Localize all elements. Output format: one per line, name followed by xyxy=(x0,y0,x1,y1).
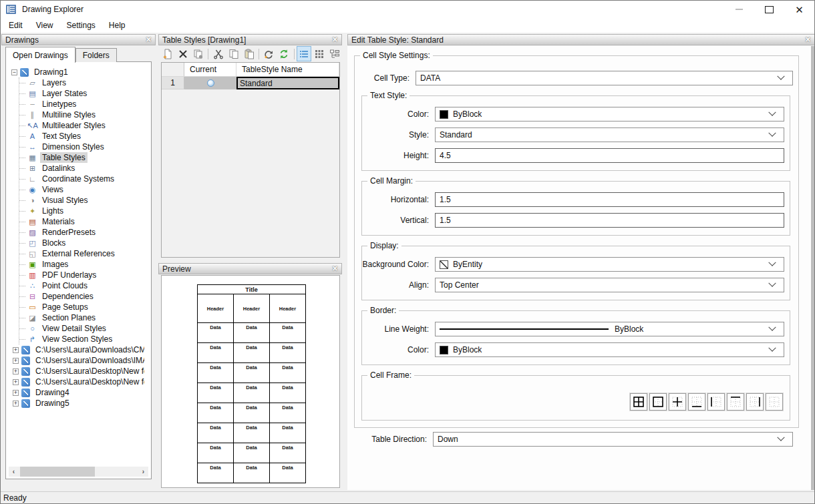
tree-item[interactable]: ▤ Materials xyxy=(19,216,151,227)
tree-item[interactable]: ◰ Blocks xyxy=(19,238,151,248)
align-select[interactable]: Top Center xyxy=(435,278,784,292)
text-color-select[interactable]: ByBlock xyxy=(435,107,784,121)
tree-item[interactable]: + C:\Users\Laura\Downloads\CMD_- xyxy=(13,344,151,355)
tree-item[interactable]: ○ View Detail Styles xyxy=(19,323,151,334)
details-view-button[interactable] xyxy=(297,46,312,61)
cell-frame-top-border-button[interactable] xyxy=(727,393,744,411)
scrollbar-track[interactable] xyxy=(19,467,138,477)
cell-type-label: Cell Type: xyxy=(361,73,416,83)
text-style-legend: Text Style: xyxy=(367,91,410,100)
expand-icon[interactable]: + xyxy=(13,379,19,385)
scroll-right-icon[interactable]: › xyxy=(138,468,148,475)
horizontal-margin-input[interactable]: 1.5 xyxy=(435,192,784,207)
tree-item[interactable]: + Drawing5 xyxy=(13,398,151,409)
expand-icon[interactable]: + xyxy=(13,401,19,407)
tree-item[interactable]: ⊞ Datalinks xyxy=(19,163,151,174)
render-presets-icon: ▨ xyxy=(27,229,38,236)
text-style-select[interactable]: Standard xyxy=(435,128,784,142)
tree-item[interactable]: ∟ Coordinate Systems xyxy=(19,174,151,184)
tab-open-drawings[interactable]: Open Drawings xyxy=(5,47,75,63)
tree-item[interactable]: ▦ Table Styles xyxy=(19,152,151,163)
tree-item[interactable]: ◱ External References xyxy=(19,248,151,259)
tree-item[interactable]: A Text Styles xyxy=(19,131,151,142)
cell-frame-left-border-button[interactable] xyxy=(707,393,725,411)
paste-button[interactable] xyxy=(241,46,257,61)
tree-item-label: Page Setups xyxy=(40,302,90,312)
cell-frame-right-border-button[interactable] xyxy=(746,393,764,411)
icons-view-button[interactable] xyxy=(311,46,327,61)
tree-item[interactable]: ∥ Multiline Styles xyxy=(19,109,151,120)
preview-panel-title: Preview xyxy=(162,264,332,274)
tree-item[interactable]: ◉ Views xyxy=(19,184,151,195)
cell-frame-outside-border-button[interactable] xyxy=(649,393,667,411)
cell-frame-inside-borders-button[interactable] xyxy=(669,393,686,411)
table-styles-panel-close-icon[interactable]: ✕ xyxy=(332,36,338,43)
text-height-input[interactable]: 4.5 xyxy=(435,148,784,163)
close-button[interactable]: ✕ xyxy=(784,1,814,18)
tree-item[interactable]: ▤ Layer States xyxy=(19,88,151,99)
scroll-left-icon[interactable]: ‹ xyxy=(9,468,19,475)
tree-item[interactable]: ▱ Layers xyxy=(19,77,151,88)
menu-item[interactable]: View xyxy=(29,19,60,31)
cell-frame-all-borders-button[interactable] xyxy=(630,393,647,411)
tree-item[interactable]: ↔ Dimension Styles xyxy=(19,142,151,152)
tree-item[interactable]: ∴ Point Clouds xyxy=(19,280,151,291)
tree-item[interactable]: ↱ View Section Styles xyxy=(19,334,151,344)
tree-item[interactable]: ▨ RenderPresets xyxy=(19,227,151,238)
tree-item[interactable]: ◑ Visual Styles xyxy=(19,195,151,206)
expand-icon[interactable]: + xyxy=(13,358,19,364)
minimize-button[interactable] xyxy=(724,1,754,18)
tree-item[interactable]: + C:\Users\Laura\Downloads\IMAGE xyxy=(13,355,151,366)
drawing-file-icon xyxy=(21,356,30,365)
drawings-panel-close-icon[interactable]: ✕ xyxy=(146,36,152,43)
vertical-margin-input[interactable]: 1.5 xyxy=(435,213,784,228)
tree-item[interactable]: ▣ Images xyxy=(19,259,151,270)
grid-column-name[interactable]: TableStyle Name xyxy=(236,63,339,76)
tree-item[interactable]: ▥ PDF Underlays xyxy=(19,270,151,280)
cut-button[interactable] xyxy=(210,46,226,61)
horizontal-scrollbar[interactable]: ‹ › xyxy=(9,467,148,477)
tree-item-label: View Section Styles xyxy=(40,334,114,344)
duplicate-button[interactable] xyxy=(191,46,206,61)
expand-icon[interactable]: + xyxy=(13,368,19,374)
tree-item-drawing1[interactable]: − Drawing1 xyxy=(11,67,151,77)
current-radio[interactable] xyxy=(207,79,214,87)
tree-item[interactable]: + C:\Users\Laura\Desktop\New folde xyxy=(13,366,151,376)
maximize-button[interactable] xyxy=(754,1,784,18)
border-color-select[interactable]: ByBlock xyxy=(435,342,784,357)
scrollbar-thumb[interactable] xyxy=(20,467,95,477)
table-style-row[interactable]: 1 Standard xyxy=(162,77,339,89)
cell-frame-bottom-border-button[interactable] xyxy=(688,393,705,411)
preview-panel-close-icon[interactable]: ✕ xyxy=(332,265,338,272)
table-direction-select[interactable]: Down xyxy=(433,432,793,447)
tab-folders[interactable]: Folders xyxy=(75,48,117,62)
tree-item[interactable]: ↖A Multileader Styles xyxy=(19,120,151,131)
purge-button[interactable] xyxy=(261,46,277,61)
cell-frame-no-border-button[interactable] xyxy=(766,393,783,411)
new-table-style-button[interactable] xyxy=(160,46,176,61)
refresh-button[interactable] xyxy=(277,46,292,61)
table-style-name-cell[interactable]: Standard xyxy=(236,77,339,89)
tree-item[interactable]: ▭ Page Setups xyxy=(19,302,151,312)
expand-icon[interactable]: + xyxy=(13,390,19,396)
collapse-icon[interactable]: − xyxy=(11,69,17,75)
menu-item[interactable]: Help xyxy=(102,19,132,31)
menu-item[interactable]: Settings xyxy=(59,19,102,31)
tree-item[interactable]: + C:\Users\Laura\Desktop\New folde xyxy=(13,376,151,387)
menu-item[interactable]: Edit xyxy=(2,19,29,31)
tree-item[interactable]: ┄ Linetypes xyxy=(19,99,151,109)
tree-item[interactable]: ✦ Lights xyxy=(19,206,151,216)
tree-item[interactable]: ⊟ Dependencies xyxy=(19,291,151,302)
copy-button[interactable] xyxy=(226,46,241,61)
tree-item[interactable]: ◪ Section Planes xyxy=(19,312,151,323)
line-weight-select[interactable]: ByBlock xyxy=(435,322,784,336)
grid-column-current[interactable]: Current xyxy=(184,63,236,76)
tree-item[interactable]: + Drawing4 xyxy=(13,387,151,398)
background-color-select[interactable]: ByEntity xyxy=(435,257,784,272)
delete-button[interactable] xyxy=(176,46,191,61)
vertical-scrollbar[interactable] xyxy=(811,46,814,490)
edit-panel-close-icon[interactable]: ✕ xyxy=(805,36,811,43)
cell-type-select[interactable]: DATA xyxy=(416,71,793,85)
tree-view-button[interactable] xyxy=(327,46,342,61)
expand-icon[interactable]: + xyxy=(13,347,19,353)
